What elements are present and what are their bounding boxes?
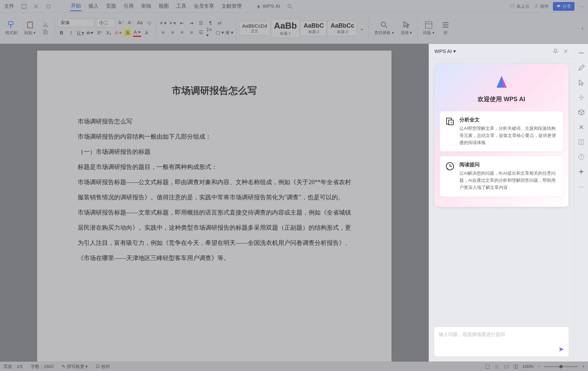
not-cloud[interactable]: 未上云	[510, 3, 530, 9]
view-read-icon[interactable]	[513, 364, 518, 369]
bold-icon[interactable]: B	[57, 29, 65, 37]
sort-icon[interactable]: ☰	[197, 19, 205, 27]
pin-icon[interactable]	[553, 49, 558, 54]
cursor-icon[interactable]	[578, 79, 585, 86]
superscript-icon[interactable]: X²	[95, 29, 103, 37]
status-page[interactable]: 页面：1/5	[3, 364, 23, 370]
zoom-slider[interactable]	[544, 366, 578, 367]
layout2-icon[interactable]	[441, 21, 450, 29]
status-words[interactable]: 字数：2602	[31, 364, 54, 370]
line-spacing-icon[interactable]: ‡≡ ▾	[206, 28, 214, 36]
increase-font-icon[interactable]: A⁺	[117, 19, 125, 27]
tab-start[interactable]: 开始	[70, 1, 82, 11]
increase-indent-icon[interactable]: ⇥	[187, 19, 195, 27]
strikethrough-icon[interactable]: A ▾	[86, 29, 94, 37]
align-right-icon[interactable]: ≡	[178, 28, 186, 36]
more-side-icon[interactable]: ⋯	[578, 183, 584, 190]
copy-icon[interactable]	[42, 29, 49, 35]
subscript-icon[interactable]: X₂	[105, 29, 113, 37]
tools-icon[interactable]	[578, 123, 585, 131]
style-heading1[interactable]: AaBb 标题 1	[271, 19, 300, 38]
style-heading3[interactable]: AaBbCc 标题 3	[327, 21, 357, 36]
status-spellcheck[interactable]: ✎ 拼写检查 ▾	[62, 364, 88, 370]
pencil-icon[interactable]	[578, 64, 585, 72]
more-icon[interactable]: ⋯	[579, 3, 585, 10]
quick-icon-1[interactable]	[21, 3, 27, 9]
text-effect-icon[interactable]: A ▾	[114, 29, 122, 37]
decrease-indent-icon[interactable]: ⇤	[178, 19, 186, 27]
bullets-icon[interactable]: ≡ ▾	[159, 19, 167, 27]
font-color-icon[interactable]: A ▾	[133, 29, 141, 37]
quick-icon-2[interactable]	[33, 3, 39, 9]
share-button[interactable]: 分享	[553, 2, 574, 11]
send-icon[interactable]: ➤	[558, 345, 564, 353]
tab-view[interactable]: 视图	[158, 2, 169, 11]
ai-panel-title: WPS AI ▾	[434, 48, 456, 54]
menu-right: 未上云 协作 分享 ⋯	[510, 2, 585, 11]
align-left-icon[interactable]: ≡	[159, 28, 167, 36]
cube-icon[interactable]	[578, 109, 585, 116]
book-icon[interactable]	[578, 138, 585, 146]
tab-citation[interactable]: 文献管理	[221, 2, 242, 11]
menu-file[interactable]: 文件	[3, 2, 15, 11]
show-marks-icon[interactable]: ¶	[206, 19, 214, 27]
borders-icon[interactable]: ⊞ ▾	[225, 28, 233, 36]
tab-page[interactable]: 页面	[105, 2, 117, 11]
distribute-icon[interactable]: ☰	[197, 28, 205, 36]
quick-icon-3[interactable]	[45, 3, 51, 9]
select-cursor-icon[interactable]	[402, 21, 411, 29]
ai-input[interactable]: 输入问题，或选择场景进行提问 ➤	[434, 326, 569, 357]
ai-input-area: 输入问题，或选择场景进行提问 ➤	[429, 322, 574, 362]
find-icon[interactable]	[380, 21, 389, 29]
format-painter-icon[interactable]	[7, 21, 16, 29]
ai-sparkle-icon[interactable]	[578, 168, 585, 175]
tab-reference[interactable]: 引用	[123, 2, 134, 11]
layout-icon[interactable]	[424, 21, 433, 29]
help-icon[interactable]: ?	[578, 153, 585, 161]
tab-member[interactable]: 会员专享	[193, 2, 215, 11]
ai-option-analyze[interactable]: 分析全文 让AI帮您理解文章，分析关键词、主题和段落结构等元素，总结文章，提炼文…	[440, 111, 563, 151]
status-proofread[interactable]: ☑ 校对	[96, 364, 110, 370]
tab-insert[interactable]: 插入	[88, 2, 99, 11]
paste-icon[interactable]	[26, 21, 34, 29]
decrease-font-icon[interactable]: A⁻	[126, 19, 134, 27]
close-icon[interactable]	[563, 49, 568, 54]
tab-icon[interactable]: ⇄	[216, 19, 224, 27]
view-outline-icon[interactable]	[494, 364, 500, 369]
phonetic-icon[interactable]: A	[142, 29, 151, 37]
style-heading2[interactable]: AaBbC 标题 2	[300, 21, 327, 36]
status-zoom[interactable]: 100%	[523, 364, 534, 369]
ribbon-expand-icon[interactable]: ›	[582, 26, 585, 31]
svg-rect-26	[504, 365, 508, 368]
style-scroll[interactable]: ⌄	[358, 26, 366, 31]
collab[interactable]: 协作	[534, 3, 549, 9]
settings-icon[interactable]	[578, 94, 585, 101]
font-name-select[interactable]: 宋体	[57, 19, 95, 27]
select-label: 选择 ▾	[401, 30, 412, 36]
numbering-icon[interactable]: ≡ ▾	[168, 19, 177, 27]
font-size-select[interactable]: 小二	[96, 19, 115, 27]
ai-option-question-desc: 让AI解决您的问题，向AI提出和文章相关的任意问题，AI会通过文章的分析和理解回…	[459, 170, 558, 191]
italic-icon[interactable]: I	[67, 29, 75, 37]
underline-icon[interactable]: U ▾	[76, 29, 84, 37]
style-normal[interactable]: AaBbCcDd 正文	[239, 21, 270, 35]
align-center-icon[interactable]: ≡	[168, 28, 177, 36]
justify-icon[interactable]: ≡	[187, 28, 195, 36]
change-case-icon[interactable]: Aa	[136, 19, 144, 27]
view-web-icon[interactable]	[504, 364, 509, 369]
document-area[interactable]: 市场调研报告怎么写 市场调研报告怎么写 市场调研报告的内容结构一般由如下几部分组…	[0, 44, 429, 362]
tab-tools[interactable]: 工具	[176, 2, 187, 11]
shading-icon[interactable]: ▢ ▾	[216, 28, 224, 36]
cut-icon[interactable]	[42, 21, 49, 28]
highlight-icon[interactable]: A	[125, 30, 131, 36]
zoom-in-icon[interactable]: +	[582, 364, 585, 369]
ai-option-question[interactable]: 阅读提问 让AI解决您的问题，向AI提出和文章相关的任意问题，AI会通过文章的分…	[440, 156, 563, 196]
tab-review[interactable]: 审阅	[140, 2, 152, 11]
wps-ai-menu[interactable]: WPS AI	[255, 2, 281, 10]
ai-option-analyze-desc: 让AI帮您理解文章，分析关键词、主题和段落结构等元素，总结文章，提炼文章核心要点…	[459, 125, 558, 146]
view-layout-icon[interactable]	[485, 364, 490, 369]
clear-format-icon[interactable]: ◇	[145, 19, 153, 27]
zoom-out-icon[interactable]: −	[538, 364, 540, 369]
search-icon[interactable]	[287, 3, 293, 9]
minimize-icon[interactable]	[578, 49, 585, 57]
